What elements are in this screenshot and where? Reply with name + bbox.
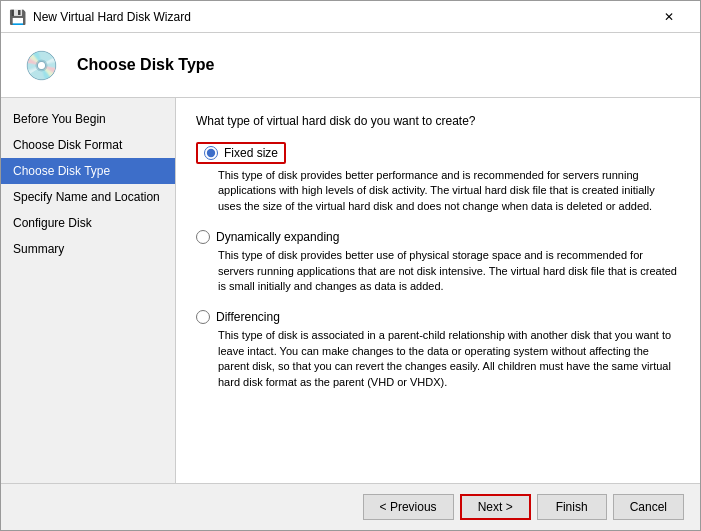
radio-dynamically-expanding[interactable] [196, 230, 210, 244]
dynamically-expanding-description: This type of disk provides better use of… [218, 248, 680, 294]
sidebar-item-choose-disk-format[interactable]: Choose Disk Format [1, 132, 175, 158]
question-text: What type of virtual hard disk do you wa… [196, 114, 680, 128]
option-row-fixed-size: Fixed size [196, 142, 680, 164]
option-row-differencing: Differencing [196, 310, 680, 324]
window-title: New Virtual Hard Disk Wizard [33, 10, 646, 24]
page-title: Choose Disk Type [77, 56, 215, 74]
titlebar: 💾 New Virtual Hard Disk Wizard ✕ [1, 1, 700, 33]
option-block-differencing: Differencing This type of disk is associ… [196, 310, 680, 390]
radio-differencing[interactable] [196, 310, 210, 324]
content-area: Before You Begin Choose Disk Format Choo… [1, 98, 700, 483]
cancel-button[interactable]: Cancel [613, 494, 684, 520]
previous-button[interactable]: < Previous [363, 494, 454, 520]
footer: < Previous Next > Finish Cancel [1, 483, 700, 530]
sidebar-item-choose-disk-type[interactable]: Choose Disk Type [1, 158, 175, 184]
sidebar-item-configure-disk[interactable]: Configure Disk [1, 210, 175, 236]
page-header: 💿 Choose Disk Type [1, 33, 700, 98]
dynamically-expanding-label: Dynamically expanding [216, 230, 339, 244]
sidebar: Before You Begin Choose Disk Format Choo… [1, 98, 176, 483]
option-block-fixed-size: Fixed size This type of disk provides be… [196, 142, 680, 214]
fixed-size-label: Fixed size [224, 146, 278, 160]
header-icon: 💿 [21, 45, 61, 85]
sidebar-item-specify-name-location[interactable]: Specify Name and Location [1, 184, 175, 210]
app-icon: 💾 [9, 9, 25, 25]
fixed-size-description: This type of disk provides better perfor… [218, 168, 680, 214]
fixed-size-highlight: Fixed size [196, 142, 286, 164]
main-window: 💾 New Virtual Hard Disk Wizard ✕ 💿 Choos… [0, 0, 701, 531]
option-row-dynamically-expanding: Dynamically expanding [196, 230, 680, 244]
differencing-label: Differencing [216, 310, 280, 324]
main-content: What type of virtual hard disk do you wa… [176, 98, 700, 483]
close-button[interactable]: ✕ [646, 1, 692, 33]
option-block-dynamically-expanding: Dynamically expanding This type of disk … [196, 230, 680, 294]
sidebar-item-before-you-begin[interactable]: Before You Begin [1, 106, 175, 132]
next-button[interactable]: Next > [460, 494, 531, 520]
radio-fixed-size[interactable] [204, 146, 218, 160]
differencing-description: This type of disk is associated in a par… [218, 328, 680, 390]
sidebar-item-summary[interactable]: Summary [1, 236, 175, 262]
finish-button[interactable]: Finish [537, 494, 607, 520]
